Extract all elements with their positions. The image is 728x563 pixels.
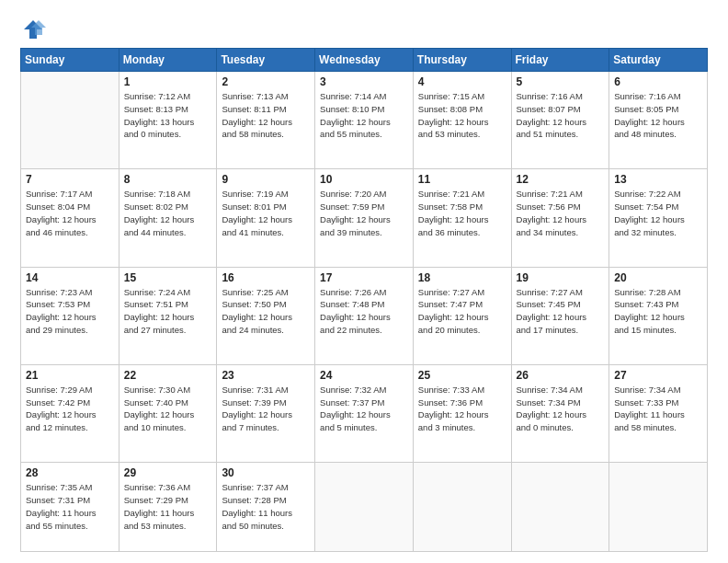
calendar-day-cell bbox=[315, 463, 414, 552]
calendar-day-cell: 18Sunrise: 7:27 AM Sunset: 7:47 PM Dayli… bbox=[413, 267, 511, 364]
day-number: 4 bbox=[418, 75, 506, 88]
day-info: Sunrise: 7:16 AM Sunset: 8:07 PM Dayligh… bbox=[517, 90, 605, 141]
day-info: Sunrise: 7:26 AM Sunset: 7:48 PM Dayligh… bbox=[320, 286, 408, 337]
day-number: 5 bbox=[517, 75, 605, 88]
day-info: Sunrise: 7:24 AM Sunset: 7:51 PM Dayligh… bbox=[124, 286, 212, 337]
day-info: Sunrise: 7:17 AM Sunset: 8:04 PM Dayligh… bbox=[26, 188, 114, 238]
calendar-day-cell: 25Sunrise: 7:33 AM Sunset: 7:36 PM Dayli… bbox=[413, 364, 511, 462]
day-number: 11 bbox=[418, 173, 506, 186]
day-info: Sunrise: 7:19 AM Sunset: 8:01 PM Dayligh… bbox=[222, 188, 310, 238]
day-number: 14 bbox=[26, 271, 114, 284]
day-number: 9 bbox=[222, 173, 310, 186]
calendar-day-cell: 7Sunrise: 7:17 AM Sunset: 8:04 PM Daylig… bbox=[21, 169, 119, 267]
calendar-day-cell: 17Sunrise: 7:26 AM Sunset: 7:48 PM Dayli… bbox=[315, 267, 414, 364]
day-number: 21 bbox=[26, 369, 114, 382]
day-info: Sunrise: 7:14 AM Sunset: 8:10 PM Dayligh… bbox=[320, 90, 408, 141]
day-number: 25 bbox=[418, 369, 506, 382]
header bbox=[20, 17, 708, 42]
day-number: 10 bbox=[320, 173, 408, 186]
day-info: Sunrise: 7:27 AM Sunset: 7:47 PM Dayligh… bbox=[418, 286, 506, 337]
calendar-day-cell: 6Sunrise: 7:16 AM Sunset: 8:05 PM Daylig… bbox=[609, 72, 708, 169]
calendar-day-cell: 20Sunrise: 7:28 AM Sunset: 7:43 PM Dayli… bbox=[609, 267, 708, 364]
day-info: Sunrise: 7:13 AM Sunset: 8:11 PM Dayligh… bbox=[222, 90, 310, 141]
day-info: Sunrise: 7:12 AM Sunset: 8:13 PM Dayligh… bbox=[124, 90, 212, 141]
day-number: 29 bbox=[124, 466, 212, 479]
day-info: Sunrise: 7:33 AM Sunset: 7:36 PM Dayligh… bbox=[418, 384, 506, 434]
day-number: 24 bbox=[320, 369, 408, 382]
day-info: Sunrise: 7:20 AM Sunset: 7:59 PM Dayligh… bbox=[320, 188, 408, 238]
day-number: 17 bbox=[320, 271, 408, 284]
day-number: 30 bbox=[222, 466, 310, 479]
calendar-day-cell: 11Sunrise: 7:21 AM Sunset: 7:58 PM Dayli… bbox=[413, 169, 511, 267]
calendar-day-cell: 2Sunrise: 7:13 AM Sunset: 8:11 PM Daylig… bbox=[217, 72, 315, 169]
calendar-day-cell: 23Sunrise: 7:31 AM Sunset: 7:39 PM Dayli… bbox=[217, 364, 315, 462]
calendar-day-cell: 16Sunrise: 7:25 AM Sunset: 7:50 PM Dayli… bbox=[217, 267, 315, 364]
calendar-day-cell: 4Sunrise: 7:15 AM Sunset: 8:08 PM Daylig… bbox=[413, 72, 511, 169]
calendar-day-cell: 10Sunrise: 7:20 AM Sunset: 7:59 PM Dayli… bbox=[315, 169, 414, 267]
day-number: 22 bbox=[124, 369, 212, 382]
day-info: Sunrise: 7:21 AM Sunset: 7:58 PM Dayligh… bbox=[418, 188, 506, 238]
day-info: Sunrise: 7:18 AM Sunset: 8:02 PM Dayligh… bbox=[124, 188, 212, 238]
calendar-day-cell: 9Sunrise: 7:19 AM Sunset: 8:01 PM Daylig… bbox=[217, 169, 315, 267]
day-info: Sunrise: 7:27 AM Sunset: 7:45 PM Dayligh… bbox=[517, 286, 605, 337]
calendar-day-cell: 22Sunrise: 7:30 AM Sunset: 7:40 PM Dayli… bbox=[119, 364, 217, 462]
day-info: Sunrise: 7:36 AM Sunset: 7:29 PM Dayligh… bbox=[124, 481, 212, 532]
calendar-day-cell: 26Sunrise: 7:34 AM Sunset: 7:34 PM Dayli… bbox=[511, 364, 609, 462]
day-info: Sunrise: 7:29 AM Sunset: 7:42 PM Dayligh… bbox=[26, 384, 114, 434]
logo bbox=[20, 17, 50, 42]
day-info: Sunrise: 7:34 AM Sunset: 7:33 PM Dayligh… bbox=[614, 384, 702, 434]
day-info: Sunrise: 7:31 AM Sunset: 7:39 PM Dayligh… bbox=[222, 384, 310, 434]
day-number: 18 bbox=[418, 271, 506, 284]
day-number: 8 bbox=[124, 173, 212, 186]
calendar-week-row: 1Sunrise: 7:12 AM Sunset: 8:13 PM Daylig… bbox=[21, 72, 708, 169]
calendar-day-cell bbox=[21, 72, 119, 169]
day-number: 3 bbox=[320, 75, 408, 88]
calendar-day-cell: 14Sunrise: 7:23 AM Sunset: 7:53 PM Dayli… bbox=[21, 267, 119, 364]
day-info: Sunrise: 7:35 AM Sunset: 7:31 PM Dayligh… bbox=[26, 481, 114, 532]
day-number: 2 bbox=[222, 75, 310, 88]
weekday-header-tuesday: Tuesday bbox=[217, 49, 315, 72]
logo-icon bbox=[20, 17, 46, 42]
day-info: Sunrise: 7:16 AM Sunset: 8:05 PM Dayligh… bbox=[614, 90, 702, 141]
calendar-day-cell: 1Sunrise: 7:12 AM Sunset: 8:13 PM Daylig… bbox=[119, 72, 217, 169]
day-info: Sunrise: 7:23 AM Sunset: 7:53 PM Dayligh… bbox=[26, 286, 114, 337]
day-number: 12 bbox=[517, 173, 605, 186]
calendar-day-cell bbox=[609, 463, 708, 552]
weekday-header-wednesday: Wednesday bbox=[315, 49, 414, 72]
calendar-week-row: 14Sunrise: 7:23 AM Sunset: 7:53 PM Dayli… bbox=[21, 267, 708, 364]
day-number: 16 bbox=[222, 271, 310, 284]
weekday-header-saturday: Saturday bbox=[609, 49, 708, 72]
calendar-week-row: 7Sunrise: 7:17 AM Sunset: 8:04 PM Daylig… bbox=[21, 169, 708, 267]
calendar-day-cell: 5Sunrise: 7:16 AM Sunset: 8:07 PM Daylig… bbox=[511, 72, 609, 169]
calendar-day-cell: 21Sunrise: 7:29 AM Sunset: 7:42 PM Dayli… bbox=[21, 364, 119, 462]
calendar-day-cell bbox=[413, 463, 511, 552]
weekday-header-monday: Monday bbox=[119, 49, 217, 72]
day-info: Sunrise: 7:28 AM Sunset: 7:43 PM Dayligh… bbox=[614, 286, 702, 337]
day-info: Sunrise: 7:22 AM Sunset: 7:54 PM Dayligh… bbox=[614, 188, 702, 238]
day-info: Sunrise: 7:32 AM Sunset: 7:37 PM Dayligh… bbox=[320, 384, 408, 434]
calendar-week-row: 21Sunrise: 7:29 AM Sunset: 7:42 PM Dayli… bbox=[21, 364, 708, 462]
calendar-day-cell: 27Sunrise: 7:34 AM Sunset: 7:33 PM Dayli… bbox=[609, 364, 708, 462]
day-info: Sunrise: 7:25 AM Sunset: 7:50 PM Dayligh… bbox=[222, 286, 310, 337]
calendar-day-cell bbox=[511, 463, 609, 552]
day-info: Sunrise: 7:34 AM Sunset: 7:34 PM Dayligh… bbox=[517, 384, 605, 434]
weekday-header-thursday: Thursday bbox=[413, 49, 511, 72]
page: SundayMondayTuesdayWednesdayThursdayFrid… bbox=[0, 0, 728, 563]
calendar-table: SundayMondayTuesdayWednesdayThursdayFrid… bbox=[20, 48, 708, 552]
day-info: Sunrise: 7:21 AM Sunset: 7:56 PM Dayligh… bbox=[517, 188, 605, 238]
calendar-day-cell: 24Sunrise: 7:32 AM Sunset: 7:37 PM Dayli… bbox=[315, 364, 414, 462]
day-number: 1 bbox=[124, 75, 212, 88]
day-number: 20 bbox=[614, 271, 702, 284]
day-number: 19 bbox=[517, 271, 605, 284]
calendar-day-cell: 28Sunrise: 7:35 AM Sunset: 7:31 PM Dayli… bbox=[21, 463, 119, 552]
day-number: 13 bbox=[614, 173, 702, 186]
day-number: 28 bbox=[26, 466, 114, 479]
day-number: 7 bbox=[26, 173, 114, 186]
calendar-day-cell: 15Sunrise: 7:24 AM Sunset: 7:51 PM Dayli… bbox=[119, 267, 217, 364]
day-number: 6 bbox=[614, 75, 702, 88]
day-number: 23 bbox=[222, 369, 310, 382]
calendar-day-cell: 12Sunrise: 7:21 AM Sunset: 7:56 PM Dayli… bbox=[511, 169, 609, 267]
weekday-header-friday: Friday bbox=[511, 49, 609, 72]
calendar-day-cell: 29Sunrise: 7:36 AM Sunset: 7:29 PM Dayli… bbox=[119, 463, 217, 552]
day-info: Sunrise: 7:15 AM Sunset: 8:08 PM Dayligh… bbox=[418, 90, 506, 141]
